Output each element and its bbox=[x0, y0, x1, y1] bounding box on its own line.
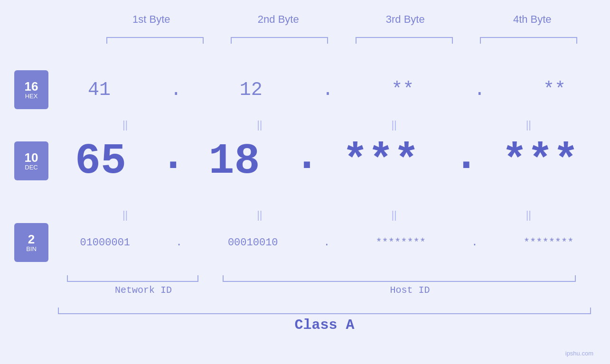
bin-dot-2: . bbox=[322, 237, 331, 249]
bin-values: 01000001 . 00010010 . ******** . *******… bbox=[58, 237, 596, 249]
bracket-1 bbox=[93, 37, 217, 44]
bin-dot-3: . bbox=[470, 237, 479, 249]
host-id-label: Host ID bbox=[229, 285, 591, 296]
dec-base-label: DEC bbox=[25, 164, 38, 171]
dec-dot-3: . bbox=[453, 135, 468, 183]
class-bracket bbox=[58, 308, 591, 314]
byte-labels-row: 1st Byte 2nd Byte 3rd Byte 4th Byte bbox=[88, 13, 596, 26]
hex-val-1: 41 bbox=[88, 79, 111, 101]
hex-dot-3: . bbox=[474, 79, 483, 101]
hex-dot-1: . bbox=[170, 79, 180, 101]
network-id-label: Network ID bbox=[58, 285, 229, 296]
dec-base-num: 10 bbox=[25, 151, 38, 164]
bin-val-1: 01000001 bbox=[80, 237, 130, 249]
bin-val-3: ******** bbox=[375, 237, 426, 249]
bin-row: 2 BIN 01000001 . 00010010 . ******** . *… bbox=[14, 223, 596, 262]
equals-dec-bin: || || || || bbox=[58, 209, 596, 221]
hex-row: 16 HEX 41 . 12 . ** . ** bbox=[14, 70, 596, 109]
hex-base-label: HEX bbox=[25, 93, 38, 100]
bracket-2 bbox=[217, 37, 342, 44]
eq-b2: || bbox=[192, 209, 327, 221]
bin-base-box: 2 BIN bbox=[14, 223, 48, 262]
eq-b1: || bbox=[58, 209, 192, 221]
dec-val-2: 18 bbox=[209, 140, 260, 183]
dec-base-box: 10 DEC bbox=[14, 141, 48, 180]
eq-b4: || bbox=[461, 209, 596, 221]
equals-hex-dec: || || || || bbox=[58, 119, 596, 131]
byte-label-2: 2nd Byte bbox=[215, 13, 342, 26]
eq-4: || bbox=[461, 119, 596, 131]
byte-label-4: 4th Byte bbox=[469, 13, 596, 26]
dec-val-4: *** bbox=[502, 140, 579, 183]
bin-base-label: BIN bbox=[26, 245, 37, 252]
bracket-4 bbox=[467, 37, 591, 44]
dec-val-1: 65 bbox=[75, 140, 126, 183]
hex-val-4: ** bbox=[543, 79, 566, 101]
dec-val-3: *** bbox=[342, 140, 419, 183]
hex-values: 41 . 12 . ** . ** bbox=[58, 79, 596, 101]
class-label: Class A bbox=[58, 317, 591, 333]
dec-row: 10 DEC 65 . 18 . *** . *** bbox=[14, 135, 596, 187]
main-container: 1st Byte 2nd Byte 3rd Byte 4th Byte 16 H… bbox=[0, 0, 610, 364]
hex-dot-2: . bbox=[322, 79, 331, 101]
bin-val-4: ******** bbox=[524, 237, 574, 249]
eq-b3: || bbox=[327, 209, 461, 221]
bin-val-2: 00010010 bbox=[228, 237, 278, 249]
bin-base-num: 2 bbox=[28, 233, 35, 245]
watermark: ipshu.com bbox=[565, 350, 593, 357]
dec-dot-1: . bbox=[160, 135, 175, 183]
hex-base-box: 16 HEX bbox=[14, 70, 48, 109]
bin-dot-1: . bbox=[174, 237, 184, 249]
dec-dot-2: . bbox=[294, 135, 308, 183]
hex-base-num: 16 bbox=[25, 80, 38, 93]
eq-1: || bbox=[58, 119, 192, 131]
bracket-3 bbox=[342, 37, 467, 44]
hex-val-3: ** bbox=[391, 79, 414, 101]
bottom-brackets bbox=[58, 275, 591, 282]
byte-label-1: 1st Byte bbox=[88, 13, 215, 26]
host-bracket bbox=[207, 275, 591, 282]
hex-val-2: 12 bbox=[240, 79, 263, 101]
eq-3: || bbox=[327, 119, 461, 131]
network-bracket bbox=[58, 275, 207, 282]
dec-values: 65 . 18 . *** . *** bbox=[58, 135, 596, 187]
byte-label-3: 3rd Byte bbox=[342, 13, 469, 26]
eq-2: || bbox=[192, 119, 327, 131]
top-brackets bbox=[93, 37, 591, 44]
